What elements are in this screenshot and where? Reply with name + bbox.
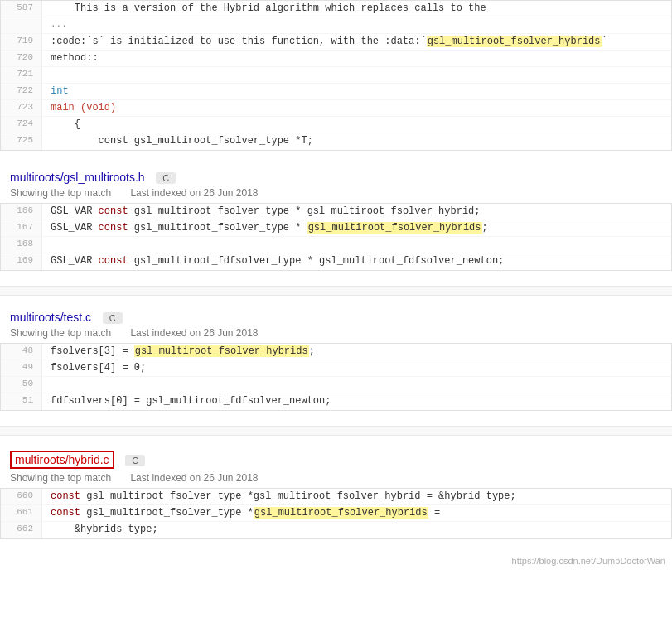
result-1-indexed: Last indexed on 26 Jun 2018 <box>130 187 258 199</box>
code-row-721: 721 <box>1 67 671 84</box>
line-num-168: 168 <box>1 237 42 253</box>
line-content-722: int <box>42 84 671 99</box>
page-content: 587 This is a version of the Hybrid algo… <box>0 0 672 570</box>
result-3-section: multiroots/hybrid.c C Showing the top ma… <box>0 446 672 539</box>
code-row-719: 719 :code:`s` is initialized to use this… <box>1 34 671 51</box>
line-content-662: &hybrids_type; <box>42 522 671 538</box>
result-2-code: 48 fsolvers[3] = gsl_multiroot_fsolver_h… <box>1 344 671 410</box>
result-3-showing: Showing the top match <box>10 472 111 484</box>
const-kw-166: const <box>99 205 128 217</box>
code-row-587: 587 This is a version of the Hybrid algo… <box>1 1 671 17</box>
result-3-wrapper: multiroots/hybrid.c C Showing the top ma… <box>0 446 672 539</box>
highlight-48: gsl_multiroot_fsolver_hybrids <box>134 345 309 357</box>
code-row-ellipsis: ... <box>1 17 671 34</box>
line-num-51: 51 <box>1 393 42 410</box>
result-2-title-bar: multiroots/test.c C <box>0 306 672 326</box>
line-num-166: 166 <box>1 204 42 220</box>
line-num-661: 661 <box>1 505 42 521</box>
line-num-49: 49 <box>1 360 42 376</box>
result-1-code-block: 166 GSL_VAR const gsl_multiroot_fsolver_… <box>0 203 672 271</box>
line-num-50: 50 <box>1 377 42 393</box>
line-content-723: main (void) <box>42 100 671 116</box>
code-row-725: 725 const gsl_multiroot_fsolver_type *T; <box>1 133 671 150</box>
code-row-50: 50 <box>1 377 671 393</box>
line-content-49: fsolvers[4] = 0; <box>42 360 671 376</box>
page: 587 This is a version of the Hybrid algo… <box>0 0 672 642</box>
code-row-51: 51 fdfsolvers[0] = gsl_multiroot_fdfsolv… <box>1 393 671 410</box>
line-719-after: ` <box>602 36 607 47</box>
line-num-167: 167 <box>1 220 42 236</box>
line-content-720: method:: <box>42 51 671 66</box>
const-kw-169: const <box>99 255 128 267</box>
result-2-file-label: C <box>103 312 123 324</box>
line-content-48: fsolvers[3] = gsl_multiroot_fsolver_hybr… <box>42 344 671 360</box>
code-row-722: 722 int <box>1 84 671 100</box>
top-partial-block: 587 This is a version of the Hybrid algo… <box>0 0 672 151</box>
line-content-721 <box>42 67 671 83</box>
watermark-area: https://blog.csdn.net/DumpDoctorWan <box>0 554 672 570</box>
line-num-587: 587 <box>1 1 42 17</box>
line-num-662: 662 <box>1 522 42 538</box>
keyword-int: int <box>51 85 69 97</box>
code-row-167: 167 GSL_VAR const gsl_multiroot_fsolver_… <box>1 220 671 237</box>
code-row-662: 662 &hybrids_type; <box>1 522 671 538</box>
code-row-720: 720 method:: <box>1 51 671 67</box>
result-3-indexed: Last indexed on 26 Jun 2018 <box>130 472 258 484</box>
result-3-file-link[interactable]: multiroots/hybrid.c <box>10 451 114 469</box>
line-num-725: 725 <box>1 133 42 150</box>
code-row-49: 49 fsolvers[4] = 0; <box>1 360 671 377</box>
line-content-166: GSL_VAR const gsl_multiroot_fsolver_type… <box>42 204 671 220</box>
result-1-file-label: C <box>156 172 176 184</box>
result-1-title-bar: multiroots/gsl_multiroots.h C <box>0 166 672 186</box>
result-1-meta: Showing the top match Last indexed on 26… <box>0 186 672 203</box>
result-1-showing: Showing the top match <box>10 187 111 199</box>
line-content-661: const gsl_multiroot_fsolver_type *gsl_mu… <box>42 505 671 521</box>
result-2-file-link[interactable]: multiroots/test.c <box>10 311 91 324</box>
result-1-file-link[interactable]: multiroots/gsl_multiroots.h <box>10 171 145 184</box>
result-2-indexed: Last indexed on 26 Jun 2018 <box>130 327 258 339</box>
line-num-723: 723 <box>1 100 42 116</box>
top-code-block: 587 This is a version of the Hybrid algo… <box>1 1 671 150</box>
line-content-724: { <box>42 117 671 133</box>
const-kw-660: const <box>51 490 80 502</box>
separator-2 <box>0 426 672 436</box>
code-row-723: 723 main (void) <box>1 100 671 117</box>
line-content-50 <box>42 377 671 393</box>
result-2-wrapper: multiroots/test.c C Showing the top matc… <box>0 306 672 411</box>
result-2-section: multiroots/test.c C Showing the top matc… <box>0 306 672 411</box>
result-3-meta: Showing the top match Last indexed on 26… <box>0 471 672 488</box>
line-num-48: 48 <box>1 344 42 360</box>
top-snippet-block: 587 This is a version of the Hybrid algo… <box>0 0 672 151</box>
result-2-meta: Showing the top match Last indexed on 26… <box>0 326 672 343</box>
line-719-highlight: gsl_multiroot_fsolver_hybrids <box>427 36 602 47</box>
const-kw-661: const <box>51 507 80 519</box>
line-num-720: 720 <box>1 51 42 66</box>
result-2-showing: Showing the top match <box>10 327 111 339</box>
result-3-file-label: C <box>125 455 145 466</box>
line-719-before: :code:`s` is initialized to use this fun… <box>51 36 427 47</box>
line-num-724: 724 <box>1 117 42 133</box>
main-func: main (void) <box>51 102 116 113</box>
result-1-section: multiroots/gsl_multiroots.h C Showing th… <box>0 166 672 271</box>
line-content-587: This is a version of the Hybrid algorith… <box>42 1 671 17</box>
line-content-719: :code:`s` is initialized to use this fun… <box>42 34 671 50</box>
code-row-166: 166 GSL_VAR const gsl_multiroot_fsolver_… <box>1 204 671 220</box>
code-row-660: 660 const gsl_multiroot_fsolver_type *gs… <box>1 489 671 505</box>
line-content-51: fdfsolvers[0] = gsl_multiroot_fdfsolver_… <box>42 393 671 410</box>
result-1-wrapper: multiroots/gsl_multiroots.h C Showing th… <box>0 166 672 271</box>
separator-1 <box>0 286 672 296</box>
line-num-660: 660 <box>1 489 42 504</box>
line-num-719: 719 <box>1 34 42 50</box>
line-content-167: GSL_VAR const gsl_multiroot_fsolver_type… <box>42 220 671 236</box>
line-num-721: 721 <box>1 67 42 83</box>
watermark-text: https://blog.csdn.net/DumpDoctorWan <box>512 556 665 566</box>
const-kw-167: const <box>99 222 128 234</box>
line-content-725: const gsl_multiroot_fsolver_type *T; <box>42 133 671 150</box>
code-row-168: 168 <box>1 237 671 253</box>
line-num-722: 722 <box>1 84 42 99</box>
line-content-ellipsis: ... <box>42 17 671 33</box>
highlight-661: gsl_multiroot_fsolver_hybrids <box>254 507 428 519</box>
line-content-660: const gsl_multiroot_fsolver_type *gsl_mu… <box>42 489 671 504</box>
result-2-code-block: 48 fsolvers[3] = gsl_multiroot_fsolver_h… <box>0 343 672 411</box>
code-row-724: 724 { <box>1 117 671 133</box>
